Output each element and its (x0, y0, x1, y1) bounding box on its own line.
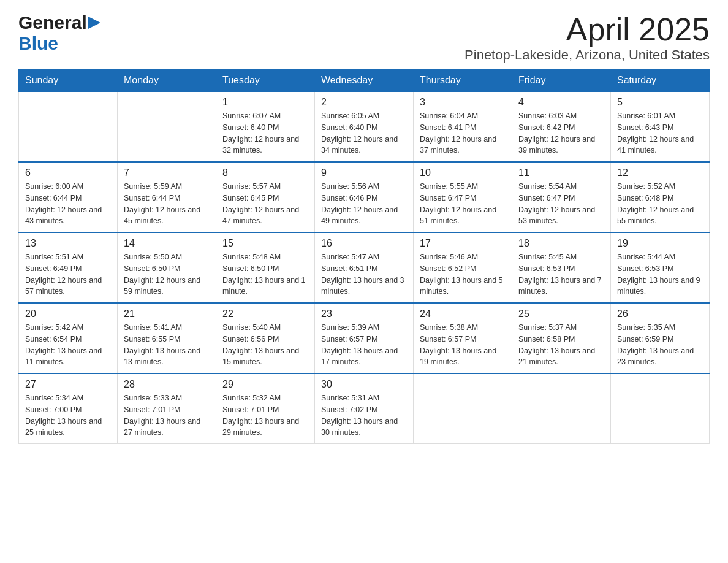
day-info: Sunrise: 5:55 AMSunset: 6:47 PMDaylight:… (420, 181, 506, 227)
calendar-cell: 9Sunrise: 5:56 AMSunset: 6:46 PMDaylight… (315, 162, 414, 232)
calendar-cell: 2Sunrise: 6:05 AMSunset: 6:40 PMDaylight… (315, 91, 414, 162)
calendar-cell: 21Sunrise: 5:41 AMSunset: 6:55 PMDayligh… (118, 303, 216, 373)
day-number: 22 (222, 308, 308, 320)
page-subtitle: Pinetop-Lakeside, Arizona, United States (464, 47, 710, 63)
calendar-cell (19, 91, 118, 162)
day-info: Sunrise: 5:48 AMSunset: 6:50 PMDaylight:… (222, 251, 308, 297)
day-number: 7 (124, 167, 210, 178)
calendar-cell: 17Sunrise: 5:46 AMSunset: 6:52 PMDayligh… (414, 232, 512, 303)
calendar-cell: 16Sunrise: 5:47 AMSunset: 6:51 PMDayligh… (315, 232, 414, 303)
calendar-cell: 14Sunrise: 5:50 AMSunset: 6:50 PMDayligh… (118, 232, 216, 303)
day-info: Sunrise: 5:41 AMSunset: 6:55 PMDaylight:… (124, 322, 210, 368)
day-info: Sunrise: 5:44 AMSunset: 6:53 PMDaylight:… (617, 251, 703, 297)
day-number: 3 (420, 97, 506, 108)
day-info: Sunrise: 5:45 AMSunset: 6:53 PMDaylight:… (518, 251, 604, 297)
calendar-cell: 7Sunrise: 5:59 AMSunset: 6:44 PMDaylight… (118, 162, 216, 232)
page-title: April 2025 (464, 12, 710, 47)
day-info: Sunrise: 6:00 AMSunset: 6:44 PMDaylight:… (25, 181, 111, 227)
calendar-cell: 23Sunrise: 5:39 AMSunset: 6:57 PMDayligh… (315, 303, 414, 373)
day-info: Sunrise: 5:33 AMSunset: 7:01 PMDaylight:… (124, 393, 210, 439)
logo-general-text: General (18, 12, 87, 33)
day-number: 14 (124, 238, 210, 249)
calendar-cell: 24Sunrise: 5:38 AMSunset: 6:57 PMDayligh… (414, 303, 512, 373)
col-header-tuesday: Tuesday (216, 70, 315, 92)
calendar-cell: 15Sunrise: 5:48 AMSunset: 6:50 PMDayligh… (216, 232, 315, 303)
calendar-cell: 22Sunrise: 5:40 AMSunset: 6:56 PMDayligh… (216, 303, 315, 373)
day-info: Sunrise: 5:52 AMSunset: 6:48 PMDaylight:… (617, 181, 703, 227)
col-header-saturday: Saturday (611, 70, 710, 92)
col-header-wednesday: Wednesday (315, 70, 414, 92)
day-info: Sunrise: 5:54 AMSunset: 6:47 PMDaylight:… (518, 181, 604, 227)
page-header: General Blue April 2025 Pinetop-Lakeside… (18, 12, 710, 63)
day-info: Sunrise: 5:34 AMSunset: 7:00 PMDaylight:… (25, 393, 111, 439)
day-info: Sunrise: 5:47 AMSunset: 6:51 PMDaylight:… (321, 251, 407, 297)
day-info: Sunrise: 5:38 AMSunset: 6:57 PMDaylight:… (420, 322, 506, 368)
calendar-cell: 27Sunrise: 5:34 AMSunset: 7:00 PMDayligh… (19, 373, 118, 444)
calendar-week-row: 6Sunrise: 6:00 AMSunset: 6:44 PMDaylight… (19, 162, 710, 232)
calendar-cell: 18Sunrise: 5:45 AMSunset: 6:53 PMDayligh… (512, 232, 611, 303)
day-number: 4 (518, 97, 604, 108)
day-number: 23 (321, 308, 407, 320)
day-number: 12 (617, 167, 703, 178)
calendar-week-row: 1Sunrise: 6:07 AMSunset: 6:40 PMDaylight… (19, 91, 710, 162)
day-number: 17 (420, 238, 506, 249)
calendar-cell: 19Sunrise: 5:44 AMSunset: 6:53 PMDayligh… (611, 232, 710, 303)
calendar-cell: 5Sunrise: 6:01 AMSunset: 6:43 PMDaylight… (611, 91, 710, 162)
calendar-cell: 26Sunrise: 5:35 AMSunset: 6:59 PMDayligh… (611, 303, 710, 373)
calendar-week-row: 20Sunrise: 5:42 AMSunset: 6:54 PMDayligh… (19, 303, 710, 373)
day-number: 6 (25, 167, 111, 178)
day-number: 30 (321, 379, 407, 390)
day-info: Sunrise: 5:35 AMSunset: 6:59 PMDaylight:… (617, 322, 703, 368)
calendar-cell: 4Sunrise: 6:03 AMSunset: 6:42 PMDaylight… (512, 91, 611, 162)
day-info: Sunrise: 6:01 AMSunset: 6:43 PMDaylight:… (617, 110, 703, 156)
calendar-cell (118, 91, 216, 162)
day-number: 26 (617, 308, 703, 320)
day-number: 20 (25, 308, 111, 320)
calendar-cell: 12Sunrise: 5:52 AMSunset: 6:48 PMDayligh… (611, 162, 710, 232)
day-info: Sunrise: 5:59 AMSunset: 6:44 PMDaylight:… (124, 181, 210, 227)
col-header-friday: Friday (512, 70, 611, 92)
day-info: Sunrise: 5:50 AMSunset: 6:50 PMDaylight:… (124, 251, 210, 297)
col-header-monday: Monday (118, 70, 216, 92)
calendar-cell: 8Sunrise: 5:57 AMSunset: 6:45 PMDaylight… (216, 162, 315, 232)
day-number: 18 (518, 238, 604, 249)
day-info: Sunrise: 6:03 AMSunset: 6:42 PMDaylight:… (518, 110, 604, 156)
day-info: Sunrise: 5:57 AMSunset: 6:45 PMDaylight:… (222, 181, 308, 227)
col-header-thursday: Thursday (414, 70, 512, 92)
day-info: Sunrise: 5:32 AMSunset: 7:01 PMDaylight:… (222, 393, 308, 439)
day-number: 2 (321, 97, 407, 108)
svg-marker-0 (88, 17, 100, 29)
calendar-cell: 3Sunrise: 6:04 AMSunset: 6:41 PMDaylight… (414, 91, 512, 162)
calendar-cell (512, 373, 611, 444)
day-number: 5 (617, 97, 703, 108)
day-number: 15 (222, 238, 308, 249)
day-info: Sunrise: 6:04 AMSunset: 6:41 PMDaylight:… (420, 110, 506, 156)
title-block: April 2025 Pinetop-Lakeside, Arizona, Un… (464, 12, 710, 63)
logo-blue-text: Blue (18, 33, 58, 53)
day-number: 27 (25, 379, 111, 390)
calendar-week-row: 13Sunrise: 5:51 AMSunset: 6:49 PMDayligh… (19, 232, 710, 303)
day-info: Sunrise: 5:51 AMSunset: 6:49 PMDaylight:… (25, 251, 111, 297)
day-number: 1 (222, 97, 308, 108)
day-number: 21 (124, 308, 210, 320)
calendar-cell: 13Sunrise: 5:51 AMSunset: 6:49 PMDayligh… (19, 232, 118, 303)
day-number: 13 (25, 238, 111, 249)
day-number: 8 (222, 167, 308, 178)
day-number: 9 (321, 167, 407, 178)
day-number: 29 (222, 379, 308, 390)
day-number: 19 (617, 238, 703, 249)
day-number: 24 (420, 308, 506, 320)
calendar-cell: 30Sunrise: 5:31 AMSunset: 7:02 PMDayligh… (315, 373, 414, 444)
day-info: Sunrise: 5:56 AMSunset: 6:46 PMDaylight:… (321, 181, 407, 227)
logo: General Blue (18, 12, 100, 54)
calendar-cell: 10Sunrise: 5:55 AMSunset: 6:47 PMDayligh… (414, 162, 512, 232)
day-number: 10 (420, 167, 506, 178)
calendar-cell (611, 373, 710, 444)
day-info: Sunrise: 5:46 AMSunset: 6:52 PMDaylight:… (420, 251, 506, 297)
day-number: 11 (518, 167, 604, 178)
day-info: Sunrise: 6:07 AMSunset: 6:40 PMDaylight:… (222, 110, 308, 156)
col-header-sunday: Sunday (19, 70, 118, 92)
calendar-header-row: SundayMondayTuesdayWednesdayThursdayFrid… (19, 70, 710, 92)
calendar-cell: 1Sunrise: 6:07 AMSunset: 6:40 PMDaylight… (216, 91, 315, 162)
day-info: Sunrise: 5:39 AMSunset: 6:57 PMDaylight:… (321, 322, 407, 368)
